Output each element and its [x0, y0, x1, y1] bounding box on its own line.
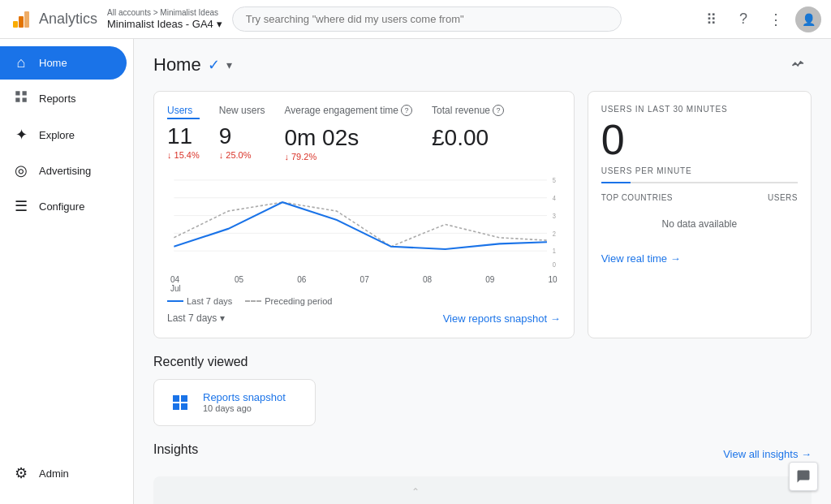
view-realtime-link[interactable]: View real time → [601, 252, 798, 265]
info-icon-revenue: ? [493, 105, 504, 116]
chart-icon[interactable] [786, 52, 812, 78]
sidebar-item-advertising[interactable]: ◎ Advertising [0, 153, 127, 187]
search-area[interactable] [232, 6, 622, 32]
chart-x-labels: 04Jul 05 06 07 08 09 10 [167, 275, 561, 293]
metric-engagement: Average engagement time ? 0m 02s ↓ 79.2% [284, 105, 412, 162]
chevron-down-icon: ▾ [217, 18, 222, 32]
svg-text:0: 0 [553, 259, 556, 268]
chevron-down-icon[interactable]: ▾ [226, 58, 232, 71]
view-all-insights-link[interactable]: View all insights → [723, 448, 812, 460]
more-options-icon[interactable]: ⋮ [763, 6, 789, 32]
legend-preceding: Preceding period [245, 296, 332, 306]
stats-metrics: Users 11 ↓ 15.4% New users 9 ↓ 25.0% Ave… [167, 105, 561, 162]
sidebar-item-reports[interactable]: Reports [0, 81, 127, 116]
account-selector[interactable]: All accounts > Minimalist Ideas Minimali… [107, 7, 222, 32]
svg-rect-21 [181, 403, 187, 410]
metric-label-new-users[interactable]: New users [219, 105, 265, 119]
metric-value-revenue: £0.00 [432, 124, 504, 152]
svg-rect-18 [173, 395, 179, 402]
legend-label-preceding: Preceding period [265, 296, 332, 306]
configure-icon: ☰ [13, 197, 29, 215]
svg-rect-4 [23, 91, 27, 95]
realtime-card: USERS IN LAST 30 MINUTES 0 USERS PER MIN… [588, 91, 812, 338]
metric-label-revenue: Total revenue ? [432, 105, 504, 121]
countries-header: TOP COUNTRIES USERS [601, 193, 798, 202]
top-countries-label: TOP COUNTRIES [601, 193, 673, 202]
metric-label-engagement: Average engagement time ? [284, 105, 412, 121]
logo-area: Analytics [10, 8, 97, 31]
sidebar-label-home: Home [39, 57, 67, 69]
svg-rect-1 [19, 16, 24, 28]
recently-viewed-title: Recently viewed [153, 355, 812, 369]
sidebar-label-reports: Reports [39, 93, 76, 105]
apps-icon[interactable]: ⠿ [698, 6, 724, 32]
svg-rect-5 [15, 98, 19, 102]
help-icon[interactable]: ? [730, 6, 756, 32]
metric-label-users[interactable]: Users [167, 105, 200, 119]
chart-area: 5 4 3 2 1 0 [167, 171, 561, 269]
page-header: Home ✓ ▾ [153, 52, 812, 78]
sidebar-item-home[interactable]: ⌂ Home [0, 46, 127, 80]
sidebar-item-explore[interactable]: ✦ Explore [0, 118, 127, 152]
sidebar-item-configure[interactable]: ☰ Configure [0, 189, 127, 223]
legend-line-dashed [245, 300, 261, 302]
svg-rect-3 [15, 91, 19, 95]
svg-text:4: 4 [553, 193, 556, 202]
metric-new-users: New users 9 ↓ 25.0% [219, 105, 265, 162]
view-reports-link[interactable]: View reports snapshot → [443, 312, 561, 325]
metric-change-engagement: ↓ 79.2% [284, 152, 412, 162]
insights-header: Insights View all insights → [153, 442, 812, 467]
svg-text:3: 3 [553, 210, 556, 219]
advertising-icon: ◎ [13, 162, 29, 179]
chevron-down-icon: ▾ [220, 312, 225, 324]
realtime-bar [601, 182, 798, 183]
page-title-row: Home ✓ ▾ [153, 54, 232, 75]
reports-snapshot-card[interactable]: Reports snapshot 10 days ago [153, 379, 316, 426]
stats-card: Users 11 ↓ 15.4% New users 9 ↓ 25.0% Ave… [153, 91, 575, 338]
insights-section: Insights View all insights → [153, 442, 812, 504]
search-input[interactable] [232, 6, 622, 32]
verified-icon: ✓ [208, 56, 220, 74]
content-area: Home ✓ ▾ Users 11 ↓ 15.4% [134, 39, 831, 504]
legend-last7: Last 7 days [167, 296, 232, 306]
insights-card [153, 476, 812, 504]
home-icon: ⌂ [13, 54, 29, 71]
metric-value-users: 11 [167, 123, 200, 150]
sidebar-label-admin: Admin [39, 467, 69, 480]
card-footer: Last 7 days ▾ View reports snapshot → [167, 312, 561, 325]
sidebar-label-explore: Explore [39, 129, 75, 141]
header-actions [786, 52, 812, 78]
metric-change-new-users: ↓ 25.0% [219, 150, 265, 160]
svg-rect-6 [23, 98, 27, 102]
app-title: Analytics [39, 11, 97, 28]
rv-name: Reports snapshot [203, 391, 286, 403]
svg-text:5: 5 [553, 175, 556, 184]
page-title: Home [153, 54, 201, 75]
chart-legend: Last 7 days Preceding period [167, 296, 561, 306]
sidebar-label-advertising: Advertising [39, 165, 91, 177]
metric-users: Users 11 ↓ 15.4% [167, 105, 200, 162]
topbar-right: ⠿ ? ⋮ 👤 [698, 6, 821, 32]
sidebar-bottom: ⚙ Admin [0, 453, 133, 498]
sidebar-item-admin[interactable]: ⚙ Admin [0, 456, 127, 490]
feedback-button[interactable] [789, 462, 818, 491]
rv-time: 10 days ago [203, 403, 286, 413]
metric-change-users: ↓ 15.4% [167, 150, 200, 160]
topbar: Analytics All accounts > Minimalist Idea… [0, 0, 831, 39]
period-selector[interactable]: Last 7 days ▾ [167, 312, 225, 324]
realtime-bar-fill [601, 182, 631, 183]
svg-rect-2 [24, 11, 29, 28]
line-chart-svg: 5 4 3 2 1 0 [167, 171, 561, 269]
insights-title: Insights [153, 442, 198, 457]
sidebar: ⌂ Home Reports ✦ Explore ◎ Advertising ☰… [0, 39, 134, 504]
property-selector[interactable]: Minimalist Ideas - GA4 ▾ [107, 18, 222, 32]
metric-value-engagement: 0m 02s [284, 124, 412, 152]
reports-snapshot-icon [167, 390, 193, 416]
metric-revenue: Total revenue ? £0.00 [432, 105, 504, 162]
realtime-value: 0 [601, 117, 798, 163]
svg-text:1: 1 [553, 246, 556, 255]
analytics-logo-icon [10, 8, 32, 31]
avatar[interactable]: 👤 [795, 6, 821, 32]
realtime-label: USERS IN LAST 30 MINUTES [601, 105, 798, 114]
no-data-message: No data available [601, 209, 798, 239]
